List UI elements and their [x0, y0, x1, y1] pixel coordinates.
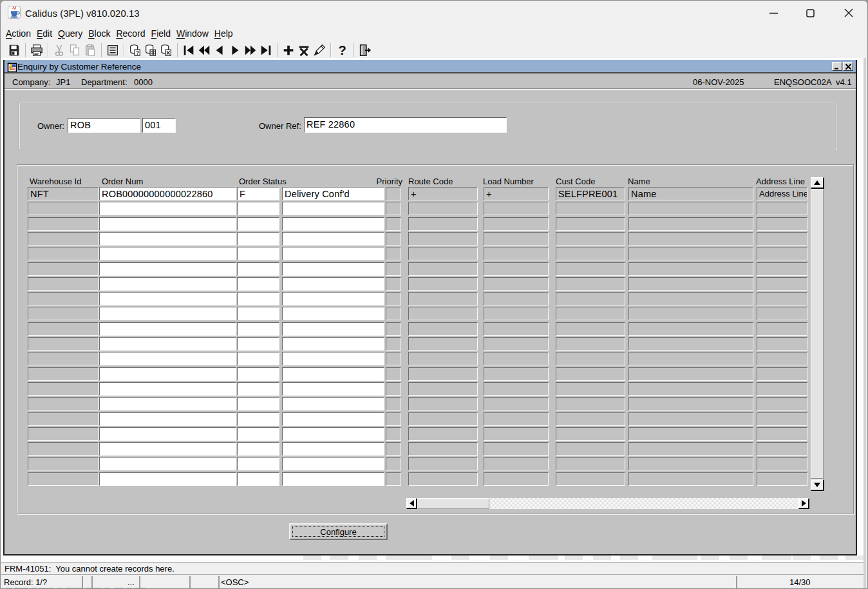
- grid-cell-statusdesc-row16[interactable]: [282, 412, 384, 426]
- scroll-up-button[interactable]: [811, 177, 824, 189]
- grid-cell-status-row18[interactable]: [237, 442, 279, 456]
- scroll-left-button[interactable]: [406, 498, 417, 509]
- vertical-scroll-thumb[interactable]: [811, 189, 824, 479]
- grid-cell-ordernum-row12[interactable]: [99, 352, 236, 365]
- save-button[interactable]: [6, 43, 22, 58]
- grid-cell-ordernum-row5[interactable]: [99, 247, 236, 260]
- menu-block[interactable]: Block: [88, 28, 110, 39]
- grid-cell-status-row16[interactable]: [237, 412, 279, 426]
- lock-record-button[interactable]: [312, 43, 327, 58]
- grid-cell-statusdesc-row2[interactable]: [282, 202, 384, 215]
- grid-cell-ordernum-row10[interactable]: [99, 322, 236, 336]
- grid-cell-statusdesc-row11[interactable]: [282, 337, 384, 351]
- paste-button[interactable]: [82, 43, 98, 58]
- help-button[interactable]: ?: [334, 43, 350, 58]
- grid-cell-status-row6[interactable]: [237, 262, 279, 276]
- grid-cell-ordernum-row8[interactable]: [99, 292, 236, 305]
- horizontal-scroll-thumb[interactable]: [417, 498, 489, 509]
- first-record-button[interactable]: [181, 43, 196, 58]
- grid-cell-status-row5[interactable]: [237, 247, 279, 260]
- menu-help[interactable]: Help: [214, 28, 233, 39]
- grid-cell-ordernum-row20[interactable]: [99, 472, 236, 486]
- grid-cell-ordernum-row6[interactable]: [99, 262, 236, 276]
- grid-cell-ordernum-row4[interactable]: [99, 232, 236, 246]
- list-of-values-button[interactable]: [105, 43, 120, 58]
- configure-button[interactable]: Configure: [289, 523, 388, 540]
- cut-button[interactable]: [52, 43, 67, 58]
- grid-cell-statusdesc-row6[interactable]: [282, 262, 384, 276]
- grid-cell-status-row9[interactable]: [237, 307, 279, 320]
- insert-record-button[interactable]: [281, 43, 296, 58]
- grid-cell-statusdesc-row15[interactable]: [282, 397, 384, 410]
- grid-cell-statusdesc-row4[interactable]: [282, 232, 384, 246]
- owner-ref-field[interactable]: REF 22860: [304, 117, 507, 133]
- grid-cell-status-row12[interactable]: [237, 352, 279, 365]
- copy-button[interactable]: [67, 43, 82, 58]
- grid-cell-ordernum-row19[interactable]: [99, 457, 236, 470]
- previous-record-button[interactable]: [212, 43, 227, 58]
- grid-cell-ordernum-row9[interactable]: [99, 307, 236, 320]
- grid-cell-statusdesc-row19[interactable]: [282, 457, 384, 470]
- grid-cell-ordernum-row18[interactable]: [99, 442, 236, 456]
- menu-window[interactable]: Window: [176, 28, 209, 39]
- window-maximize-button[interactable]: [792, 1, 828, 25]
- exit-button[interactable]: [357, 43, 372, 58]
- execute-query-button[interactable]: [143, 43, 158, 58]
- grid-cell-statusdesc-row3[interactable]: [282, 217, 384, 231]
- grid-cell-statusdesc-row10[interactable]: [282, 322, 384, 336]
- last-record-button[interactable]: [258, 43, 274, 58]
- grid-cell-ordernum-row11[interactable]: [99, 337, 236, 351]
- grid-cell-statusdesc-row9[interactable]: [282, 307, 384, 320]
- menu-action[interactable]: Action: [6, 28, 31, 39]
- grid-cell-ordernum-row13[interactable]: [99, 367, 236, 381]
- window-minimize-button[interactable]: [755, 1, 791, 25]
- grid-cell-status-row17[interactable]: [237, 427, 279, 441]
- grid-cell-statusdesc-row13[interactable]: [282, 367, 384, 381]
- owner-field[interactable]: ROB: [68, 118, 140, 133]
- grid-cell-status-row2[interactable]: [237, 202, 279, 215]
- menu-query[interactable]: Query: [58, 28, 82, 39]
- grid-cell-status-row14[interactable]: [237, 382, 279, 396]
- grid-cell-status-row4[interactable]: [237, 232, 279, 246]
- next-record-button[interactable]: [227, 43, 243, 58]
- grid-cell-statusdesc-row7[interactable]: [282, 277, 384, 291]
- grid-cell-statusdesc-row5[interactable]: [282, 247, 384, 260]
- grid-cell-statusdesc-row20[interactable]: [282, 472, 384, 486]
- grid-cell-statusdesc-row18[interactable]: [282, 442, 384, 456]
- grid-cell-statusdesc-row17[interactable]: [282, 427, 384, 441]
- grid-cell-status-row1[interactable]: F: [237, 187, 279, 200]
- grid-cell-ordernum-row7[interactable]: [99, 277, 236, 291]
- grid-cell-ordernum-row2[interactable]: [99, 202, 236, 215]
- scroll-right-button[interactable]: [798, 498, 809, 509]
- grid-cell-status-row7[interactable]: [237, 277, 279, 291]
- previous-block-button[interactable]: [196, 43, 212, 58]
- grid-cell-status-row10[interactable]: [237, 322, 279, 336]
- cancel-query-button[interactable]: [158, 43, 174, 58]
- grid-cell-ordernum-row14[interactable]: [99, 382, 236, 396]
- grid-cell-status-row20[interactable]: [237, 472, 279, 486]
- grid-cell-status-row11[interactable]: [237, 337, 279, 351]
- grid-cell-status-row15[interactable]: [237, 397, 279, 410]
- grid-cell-status-row8[interactable]: [237, 292, 279, 305]
- grid-cell-ordernum-row16[interactable]: [99, 412, 236, 426]
- print-button[interactable]: [29, 43, 44, 58]
- grid-cell-ordernum-row17[interactable]: [99, 427, 236, 441]
- remove-record-button[interactable]: [296, 43, 312, 58]
- grid-cell-status-row13[interactable]: [237, 367, 279, 381]
- next-block-button[interactable]: [243, 43, 258, 58]
- window-close-button[interactable]: [831, 1, 867, 25]
- scroll-down-button[interactable]: [811, 479, 824, 491]
- grid-cell-statusdesc-row14[interactable]: [282, 382, 384, 396]
- grid-cell-statusdesc-row8[interactable]: [282, 292, 384, 305]
- enter-query-button[interactable]: ?: [127, 43, 143, 58]
- grid-cell-statusdesc-row1[interactable]: Delivery Conf'd: [282, 187, 384, 200]
- grid-cell-ordernum-row3[interactable]: [99, 217, 236, 231]
- menu-record[interactable]: Record: [116, 28, 145, 39]
- owner-code-field[interactable]: 001: [142, 118, 176, 133]
- menu-field[interactable]: Field: [151, 28, 171, 39]
- grid-cell-status-row19[interactable]: [237, 457, 279, 470]
- grid-cell-statusdesc-row12[interactable]: [282, 352, 384, 365]
- grid-cell-ordernum-row1[interactable]: ROB00000000000022860: [99, 187, 236, 200]
- grid-cell-ordernum-row15[interactable]: [99, 397, 236, 410]
- menu-edit[interactable]: Edit: [37, 28, 52, 39]
